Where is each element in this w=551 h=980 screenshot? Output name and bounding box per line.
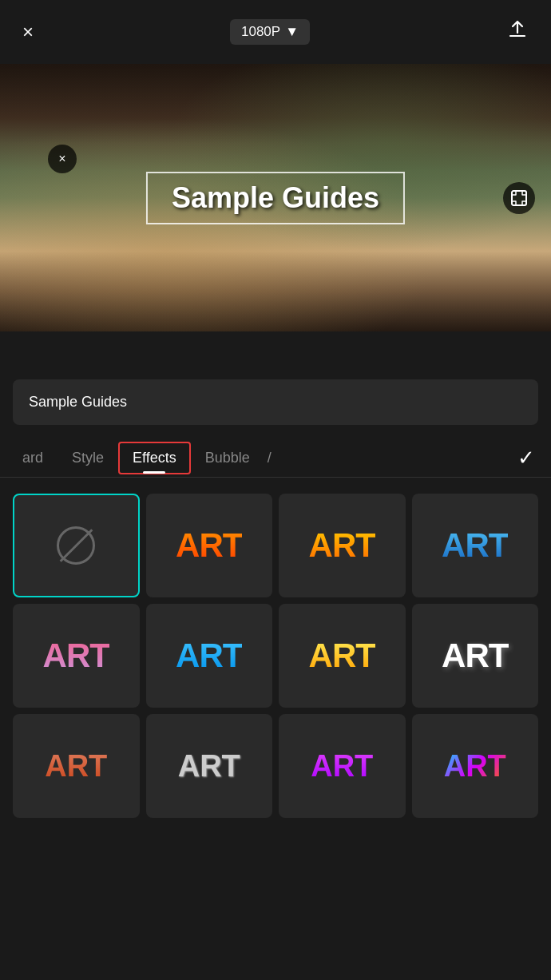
effect-art3[interactable]: ART xyxy=(412,494,539,597)
effect-art5[interactable]: ART xyxy=(146,604,273,708)
tab-bubble[interactable]: Bubble xyxy=(191,440,264,476)
video-resize-button[interactable] xyxy=(503,182,535,214)
tab-standard-label: ard xyxy=(22,450,43,466)
art-text-6: ART xyxy=(309,637,375,675)
effect-art4[interactable]: ART xyxy=(13,604,140,708)
video-element-close-button[interactable]: × xyxy=(48,145,77,173)
tab-standard[interactable]: ard xyxy=(8,440,57,476)
art-text-3: ART xyxy=(442,526,508,565)
bottom-panel: ard Style Effects Bubble / ✓ ART ART ART xyxy=(0,379,551,827)
effect-none[interactable] xyxy=(13,494,140,597)
effect-art11[interactable]: ART xyxy=(412,714,539,818)
tabs-row: ard Style Effects Bubble / ✓ xyxy=(0,439,551,478)
confirm-button[interactable]: ✓ xyxy=(509,439,543,477)
no-effect-icon xyxy=(57,526,95,565)
text-input-row xyxy=(0,379,551,425)
effect-art10[interactable]: ART xyxy=(279,714,406,818)
tab-style[interactable]: Style xyxy=(57,440,118,476)
art-text-4: ART xyxy=(43,637,109,675)
resolution-label: 1080P xyxy=(241,24,280,40)
effect-art6[interactable]: ART xyxy=(279,604,406,708)
spacer xyxy=(0,331,551,379)
close-button[interactable]: × xyxy=(22,21,34,43)
art-text-1: ART xyxy=(176,526,242,565)
art-text-9: ART xyxy=(178,749,240,784)
art-text-11: ART xyxy=(444,749,506,784)
art-text-8: ART xyxy=(45,749,107,784)
chevron-down-icon: ▼ xyxy=(285,24,299,40)
video-preview: Sample Guides × xyxy=(0,64,551,331)
overlay-text: Sample Guides xyxy=(172,181,379,214)
top-bar: × 1080P ▼ xyxy=(0,0,551,64)
art-text-10: ART xyxy=(311,749,373,784)
svg-rect-0 xyxy=(512,191,526,205)
art-text-2: ART xyxy=(309,526,375,565)
effect-art1[interactable]: ART xyxy=(146,494,273,597)
tab-effects[interactable]: Effects xyxy=(118,442,191,474)
effect-art9[interactable]: ART xyxy=(146,714,273,818)
text-input[interactable] xyxy=(13,379,538,425)
art-text-5: ART xyxy=(176,637,242,675)
tab-bubble-label: Bubble xyxy=(205,450,250,466)
effect-art7[interactable]: ART xyxy=(412,604,539,708)
tab-style-label: Style xyxy=(72,450,104,466)
tab-effects-label: Effects xyxy=(133,450,176,466)
tab-more[interactable]: / xyxy=(264,440,275,476)
upload-button[interactable] xyxy=(506,18,529,46)
resolution-selector[interactable]: 1080P ▼ xyxy=(230,19,310,45)
effects-grid: ART ART ART ART ART ART ART ART ART ART xyxy=(0,484,551,827)
video-text-overlay[interactable]: Sample Guides xyxy=(146,172,405,224)
effect-art2[interactable]: ART xyxy=(279,494,406,597)
effect-art8[interactable]: ART xyxy=(13,714,140,818)
art-text-7: ART xyxy=(442,637,508,675)
